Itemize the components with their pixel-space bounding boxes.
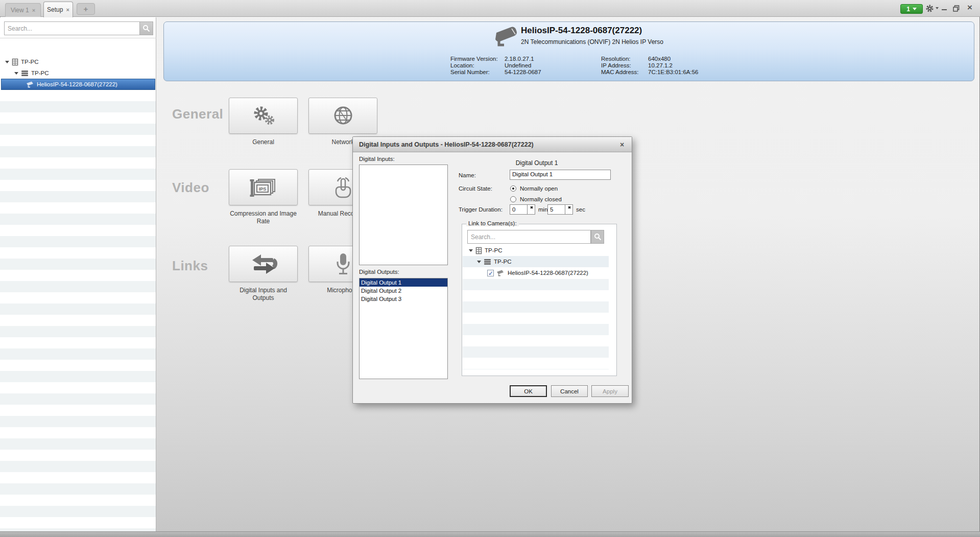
info-value: 2.18.0.27.1 [505,56,534,62]
close-icon: × [620,141,624,149]
tab-setup-label: Setup [47,6,63,13]
device-title: HeliosIP-54-1228-0687(27222) [521,26,642,36]
digital-inputs-label: Digital Inputs: [359,156,395,162]
chevron-down-icon[interactable] [14,72,18,75]
info-value: 54-1228-0687 [505,69,541,75]
dialog-tree-server[interactable]: TP-PC [463,256,609,267]
general-settings-button[interactable] [229,98,298,134]
dialog-tree-camera[interactable]: HeliosIP-54-1228-0687(27222) [463,267,609,278]
section-heading-links: Links [172,258,208,274]
digital-io-button-label: Digital Inputs and Outputs [229,287,298,302]
dropdown-arrow-icon [913,8,917,10]
trigger-duration-label: Trigger Duration: [459,206,503,213]
info-label: Resolution: [601,56,631,62]
info-row: Resolution: 640x480 [601,56,631,62]
ips-film-icon: IPS [249,175,278,200]
output-detail-header: Digital Output 1 [457,159,617,167]
site-icon [475,247,482,254]
info-row: Serial Number: 54-1228-0687 [450,69,490,75]
radio-normally-closed-label[interactable]: Normally closed [520,196,562,202]
trigger-min-unit: min [538,206,548,213]
tab-view1-close-icon[interactable]: × [32,7,35,13]
sidebar-site-label: TP-PC [21,59,39,65]
network-settings-button[interactable] [308,98,377,134]
cancel-button[interactable]: Cancel [551,385,588,397]
dialog-title-bar[interactable]: Digital Inputs and Outputs - HeliosIP-54… [353,137,632,152]
sidebar-tree-camera-selected[interactable]: HeliosIP-54-1228-0687(27222) [1,79,155,90]
digital-io-button[interactable] [229,246,298,282]
tab-setup[interactable]: Setup × [43,2,73,17]
compression-image-rate-button[interactable]: IPS [229,169,298,205]
device-subtitle: 2N Telecommunications (ONVIF) 2N Helios … [521,38,663,45]
close-icon: × [967,3,972,13]
new-tab-button[interactable]: + [77,3,95,15]
radio-normally-open-label[interactable]: Normally open [520,185,558,192]
name-field[interactable]: Digital Output 1 [510,170,611,180]
chevron-down-icon[interactable] [477,261,481,263]
settings-menu-button[interactable] [924,3,940,13]
device-sidebar: Search... TP-PC [0,17,156,531]
chevron-down-icon[interactable] [5,61,9,63]
ok-button[interactable]: OK [510,385,547,397]
gear-dropdown-arrow-icon [936,7,939,9]
dialog-tree-site[interactable]: TP-PC [463,245,609,256]
sidebar-camera-label: HeliosIP-54-1228-0687(27222) [37,81,117,87]
sidebar-tree-server[interactable]: TP-PC [14,67,49,79]
camera-search-input[interactable]: Search... [467,230,591,244]
server-icon [484,259,491,265]
name-label: Name: [459,172,476,178]
list-item-digital-output-1[interactable]: Digital Output 1 [360,278,447,287]
apply-button[interactable]: Apply [591,385,629,397]
microphone-icon [333,251,353,277]
info-label: MAC Address: [601,69,639,75]
empty-rows [0,90,156,537]
section-heading-general: General [172,106,223,122]
dialog-tree-server-label: TP-PC [494,259,512,265]
app-window: View 1 × Setup × + 1 [0,0,980,537]
sidebar-search-button[interactable] [140,21,153,35]
trigger-minutes-stepper[interactable]: 0 [510,204,535,215]
digital-outputs-label: Digital Outputs: [359,269,399,275]
info-row: Location: Undefined [450,62,474,68]
info-label: Serial Number: [450,69,490,75]
sidebar-search-input[interactable]: Search... [4,21,140,35]
site-icon [12,58,18,66]
camera-search-button[interactable] [591,230,604,244]
digital-inputs-list[interactable] [359,165,448,265]
dialog-close-button[interactable]: × [617,140,627,149]
digital-io-dialog: Digital Inputs and Outputs - HeliosIP-54… [352,136,632,404]
camera-count-value: 1 [906,6,910,12]
status-bar [0,531,980,537]
minimize-icon [941,5,947,11]
trigger-seconds-stepper[interactable]: 5 [547,204,573,215]
minimize-button[interactable] [940,4,949,12]
globe-icon [330,104,356,128]
radio-normally-closed[interactable] [510,196,516,202]
chevron-down-icon[interactable] [469,249,473,252]
tab-view1-label: View 1 [11,7,29,14]
camera-count-dropdown[interactable]: 1 [900,4,923,14]
list-item-digital-output-3[interactable]: Digital Output 3 [360,295,447,303]
info-label: IP Address: [601,62,631,68]
svg-text:IPS: IPS [258,186,266,192]
search-icon [142,25,150,32]
server-icon [21,70,29,77]
camera-link-checkbox[interactable] [487,270,494,276]
sidebar-server-label: TP-PC [31,70,49,76]
trigger-minutes-value: 0 [512,206,515,213]
digital-outputs-list: Digital Output 1 Digital Output 2 Digita… [359,278,448,379]
tab-setup-close-icon[interactable]: × [66,7,69,13]
radio-normally-open[interactable] [510,185,516,192]
sidebar-tree-site[interactable]: TP-PC [5,56,39,67]
trigger-sec-unit: sec [576,206,585,213]
camera-icon [496,269,505,276]
tab-bar: View 1 × Setup × + 1 [0,0,980,17]
close-window-button[interactable]: × [965,3,974,13]
list-item-digital-output-2[interactable]: Digital Output 2 [360,287,447,295]
tab-view1[interactable]: View 1 × [5,3,41,17]
gears-icon [249,103,278,129]
info-row: Firmware Version: 2.18.0.27.1 [450,56,498,62]
search-icon [594,233,602,241]
info-value: 7C:1E:B3:01:6A:56 [648,69,698,75]
restore-button[interactable] [951,4,961,12]
